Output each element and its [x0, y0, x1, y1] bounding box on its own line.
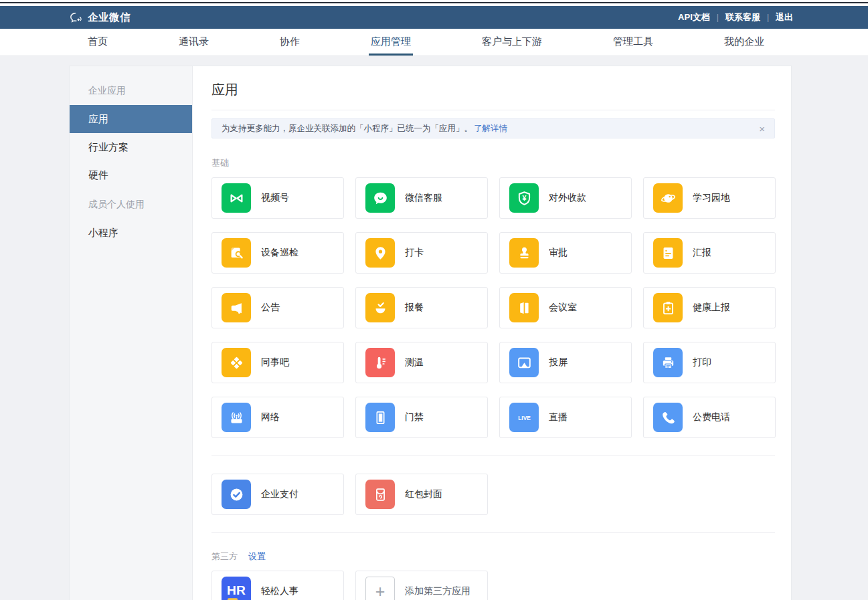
app-name: 直播 — [549, 411, 568, 423]
app-card[interactable]: 公费电话 — [643, 397, 776, 438]
app-card[interactable]: 打卡 — [355, 232, 488, 274]
planet-icon — [653, 183, 683, 213]
screen: 企业微信 API文档|联系客服|退出 首页通讯录协作应用管理客户与上下游管理工具… — [0, 0, 868, 600]
app-card[interactable]: 网络 — [211, 397, 344, 438]
sidebar-item[interactable]: 应用 — [70, 105, 192, 133]
thermometer-icon — [365, 348, 395, 377]
app-card[interactable]: 公告 — [211, 287, 344, 328]
device-inspect-icon — [222, 238, 251, 268]
app-card[interactable]: LIVE直播 — [499, 397, 632, 438]
topbar: 企业微信 API文档|联系客服|退出 — [0, 6, 868, 29]
megaphone-icon — [222, 293, 251, 322]
sidebar-item[interactable]: 行业方案 — [70, 133, 192, 161]
app-card[interactable]: 红包封面 — [355, 474, 488, 515]
svg-text:LIVE: LIVE — [518, 414, 531, 421]
app-card[interactable]: 同事吧 — [211, 342, 344, 383]
app-card[interactable]: 企业支付 — [211, 474, 344, 515]
topbar-links: API文档|联系客服|退出 — [678, 11, 793, 23]
nav-tab-item[interactable]: 客户与上下游 — [480, 29, 544, 56]
add-app-label: 添加第三方应用 — [405, 585, 470, 597]
window-top-edge — [0, 0, 868, 6]
app-name: 门禁 — [405, 411, 424, 423]
notice-banner: 为支持更多能力，原企业关联添加的「小程序」已统一为「应用」。 了解详情 × — [211, 118, 775, 138]
content-panel: 应用 为支持更多能力，原企业关联添加的「小程序」已统一为「应用」。 了解详情 ×… — [193, 66, 791, 600]
svg-text:HR: HR — [227, 583, 246, 597]
app-name: 对外收款 — [549, 192, 586, 204]
app-card[interactable]: 视频号 — [211, 177, 344, 219]
app-card[interactable]: 门禁 — [355, 397, 488, 438]
meal-check-icon — [365, 293, 395, 322]
nav-tab-item[interactable]: 管理工具 — [611, 29, 655, 56]
app-card[interactable]: 设备巡检 — [211, 232, 344, 274]
app-name: 同事吧 — [261, 357, 289, 369]
separator: | — [767, 13, 769, 22]
sidebar-item[interactable]: 小程序 — [70, 219, 192, 247]
third-party-apps-grid: HR轻松人事+添加第三方应用 — [211, 571, 775, 600]
door-access-icon — [365, 403, 395, 432]
app-card[interactable]: 报餐 — [355, 287, 488, 328]
topbar-link[interactable]: 联系客服 — [725, 11, 760, 23]
app-name: 投屏 — [549, 357, 568, 369]
separator: | — [717, 13, 719, 22]
nav-tab-item[interactable]: 协作 — [278, 29, 302, 56]
app-card[interactable]: ¥对外收款 — [499, 177, 632, 219]
app-card[interactable]: 健康上报 — [643, 287, 776, 328]
app-name: 打印 — [693, 357, 711, 369]
payment-shield-icon: ¥ — [509, 183, 539, 213]
chat-service-icon — [365, 183, 395, 213]
banner-text: 为支持更多能力，原企业关联添加的「小程序」已统一为「应用」。 — [222, 123, 472, 134]
diamond-icon — [222, 348, 251, 377]
app-name: 红包封面 — [405, 488, 442, 500]
add-third-party-app-card[interactable]: +添加第三方应用 — [355, 571, 488, 600]
divider — [211, 456, 775, 456]
base-apps-grid: 视频号微信客服¥对外收款学习园地设备巡检打卡审批汇报公告报餐会议室健康上报同事吧… — [211, 177, 775, 438]
plus-icon: + — [365, 577, 395, 600]
app-card[interactable]: HR轻松人事 — [211, 571, 344, 600]
router-icon — [222, 403, 251, 432]
sidebar-group-header: 企业应用 — [70, 76, 192, 105]
brand[interactable]: 企业微信 — [69, 11, 131, 25]
banner-learn-more-link[interactable]: 了解详情 — [474, 123, 507, 134]
app-name: 健康上报 — [693, 302, 730, 314]
nav-tab-item[interactable]: 通讯录 — [177, 29, 211, 56]
main-container: 企业应用应用行业方案硬件成员个人使用小程序 应用 为支持更多能力，原企业关联添加… — [69, 66, 792, 600]
third-party-settings-link[interactable]: 设置 — [248, 551, 266, 563]
hr-logo-icon: HR — [222, 577, 251, 600]
channels-icon — [222, 183, 251, 213]
app-card[interactable]: 打印 — [643, 342, 776, 383]
wecom-logo-icon — [69, 11, 83, 25]
sidebar-item[interactable]: 硬件 — [70, 161, 192, 189]
payment-apps-grid: 企业支付红包封面 — [211, 474, 775, 515]
wallet-check-icon — [222, 480, 251, 509]
nav-tab-active[interactable]: 应用管理 — [369, 29, 413, 56]
app-card[interactable]: 汇报 — [643, 232, 776, 274]
live-icon: LIVE — [509, 403, 539, 432]
nav-tab-item[interactable]: 我的企业 — [722, 29, 766, 56]
page-body: 企业应用应用行业方案硬件成员个人使用小程序 应用 为支持更多能力，原企业关联添加… — [0, 56, 868, 600]
app-name: 企业支付 — [261, 488, 298, 500]
nav-tabs: 首页通讯录协作应用管理客户与上下游管理工具我的企业 — [0, 29, 868, 56]
banner-close-icon[interactable]: × — [759, 124, 765, 134]
app-card[interactable]: 投屏 — [499, 342, 632, 383]
app-name: 打卡 — [405, 247, 424, 259]
sidebar: 企业应用应用行业方案硬件成员个人使用小程序 — [70, 66, 193, 600]
screen-cast-icon — [509, 348, 539, 377]
app-card[interactable]: 会议室 — [499, 287, 632, 328]
app-name: 网络 — [261, 411, 280, 423]
page-title: 应用 — [211, 81, 775, 110]
red-packet-icon — [365, 480, 395, 509]
brand-name: 企业微信 — [88, 11, 131, 25]
app-card[interactable]: 测温 — [355, 342, 488, 383]
app-card[interactable]: 审批 — [499, 232, 632, 274]
location-pin-icon — [365, 238, 395, 268]
app-name: 测温 — [405, 357, 424, 369]
topbar-link[interactable]: 退出 — [776, 11, 793, 23]
app-name: 报餐 — [405, 302, 424, 314]
section-label-third-party: 第三方 — [211, 551, 238, 563]
app-name: 会议室 — [549, 302, 577, 314]
app-card[interactable]: 学习园地 — [643, 177, 776, 219]
app-name: 设备巡检 — [261, 247, 298, 259]
nav-tab-item[interactable]: 首页 — [86, 29, 110, 56]
topbar-link[interactable]: API文档 — [678, 11, 710, 23]
app-card[interactable]: 微信客服 — [355, 177, 488, 219]
